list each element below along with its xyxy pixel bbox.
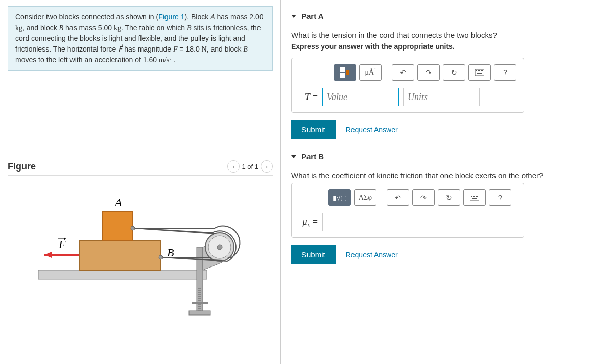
reset-button-b[interactable]: ↻	[438, 189, 460, 206]
sqrt-template-button[interactable]: ▮√▢	[328, 189, 351, 206]
caret-down-icon	[291, 15, 296, 18]
part-a-request-answer-link[interactable]: Request Answer	[346, 126, 398, 134]
figure-pager: ‹ 1 of 1 ›	[227, 160, 273, 173]
part-a-var-label: T =	[298, 92, 318, 103]
help-button[interactable]: ?	[494, 64, 516, 81]
undo-button-b[interactable]: ↶	[387, 189, 409, 206]
caret-down-icon	[291, 155, 296, 158]
part-b-header[interactable]: Part B	[291, 148, 603, 165]
redo-button[interactable]: ↷	[417, 64, 440, 81]
part-b-title: Part B	[301, 152, 324, 161]
help-button-b[interactable]: ?	[489, 189, 511, 206]
redo-button-b[interactable]: ↷	[412, 189, 435, 206]
svg-rect-37	[477, 196, 478, 197]
part-a-instruction: Express your answer with the appropriate…	[291, 42, 603, 51]
figure-pager-text: 1 of 1	[242, 163, 258, 171]
keyboard-button-b[interactable]	[463, 189, 486, 206]
part-a-header[interactable]: Part A	[291, 8, 603, 25]
svg-point-10	[131, 226, 135, 230]
svg-text:F: F	[58, 238, 66, 251]
part-b-var-label: μk =	[298, 216, 318, 228]
part-a-title: Part A	[301, 12, 324, 20]
svg-rect-33	[471, 196, 472, 197]
svg-rect-8	[79, 240, 161, 270]
svg-rect-34	[473, 196, 474, 197]
part-a-answerbox: μÅ° ↶ ↷ ↻ ? T =	[291, 58, 524, 113]
svg-rect-36	[476, 196, 477, 197]
part-b-question: What is the coefficient of kinetic frict…	[291, 171, 603, 180]
svg-rect-25	[475, 69, 484, 76]
part-b-value-input[interactable]	[322, 213, 496, 231]
svg-rect-38	[472, 198, 477, 199]
svg-text:B: B	[167, 246, 174, 259]
problem-statement: Consider two blocks connected as shown i…	[8, 6, 273, 71]
figure-title: Figure	[8, 161, 36, 172]
svg-point-15	[217, 245, 222, 250]
svg-rect-29	[481, 70, 482, 71]
figure-prev-button[interactable]: ‹	[227, 160, 240, 173]
greek-button[interactable]: ΑΣφ	[354, 189, 376, 206]
undo-button[interactable]: ↶	[392, 64, 414, 81]
svg-rect-32	[470, 195, 479, 201]
keyboard-button[interactable]	[468, 64, 491, 81]
svg-rect-31	[477, 73, 482, 74]
part-a-value-input[interactable]	[322, 88, 399, 106]
part-a: Part A What is the tension in the cord t…	[291, 8, 603, 139]
svg-rect-35	[474, 196, 475, 197]
part-b-answerbox: ▮√▢ ΑΣφ ↶ ↷ ↻ ? μk =	[291, 183, 524, 238]
part-a-question: What is the tension in the cord that con…	[291, 31, 603, 39]
part-a-units-input[interactable]	[403, 88, 480, 106]
svg-rect-2	[189, 311, 210, 315]
figure-link[interactable]: Figure 1	[158, 13, 184, 21]
svg-text:A: A	[114, 196, 122, 209]
svg-rect-26	[476, 70, 477, 71]
svg-line-16	[135, 228, 216, 234]
svg-rect-30	[482, 70, 483, 71]
units-button[interactable]: μÅ°	[359, 64, 382, 81]
svg-rect-9	[102, 211, 133, 240]
svg-marker-19	[44, 252, 52, 258]
reset-button[interactable]: ↻	[443, 64, 465, 81]
part-b-request-answer-link[interactable]: Request Answer	[346, 251, 398, 259]
figure-diagram: A B F	[8, 181, 243, 319]
figure-next-button[interactable]: ›	[261, 160, 273, 173]
part-b-submit-button[interactable]: Submit	[291, 245, 336, 264]
part-b: Part B What is the coefficient of kineti…	[291, 148, 603, 264]
svg-rect-27	[478, 70, 479, 71]
svg-rect-0	[38, 270, 207, 279]
template-button[interactable]	[334, 64, 356, 81]
svg-point-11	[159, 255, 163, 259]
svg-rect-28	[479, 70, 480, 71]
part-a-submit-button[interactable]: Submit	[291, 120, 336, 139]
